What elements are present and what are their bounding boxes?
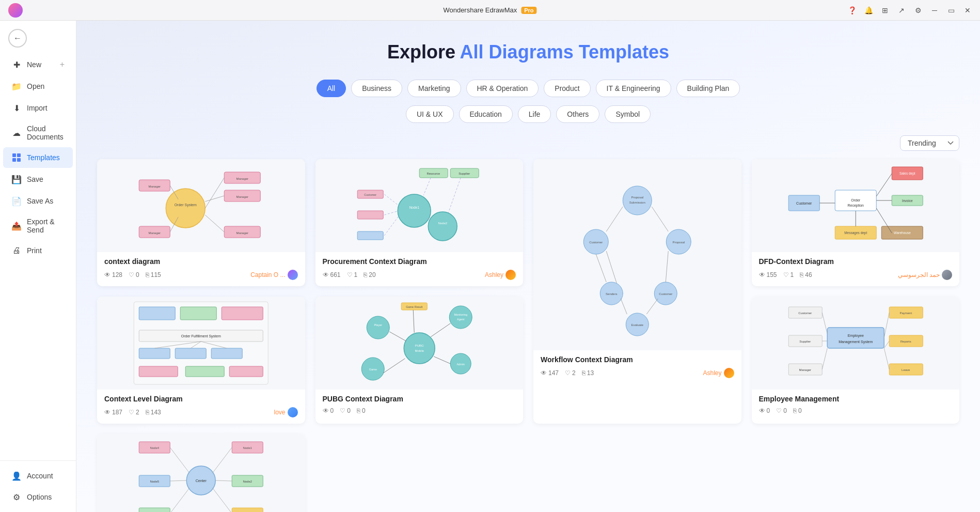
sidebar-item-saveas[interactable]: 📄 Save As (3, 191, 73, 211)
svg-text:Manager: Manager (148, 231, 161, 235)
likes-count: ♡ 2 (129, 409, 139, 416)
svg-text:Order System: Order System (175, 203, 197, 207)
template-card[interactable]: Node1 Node2 Resource Supplier Customer (315, 159, 524, 286)
svg-text:Manager: Manager (799, 368, 811, 371)
sidebar-item-save[interactable]: 💾 Save (3, 169, 73, 190)
sidebar-item-export[interactable]: 📤 Export & Send (3, 212, 73, 239)
filter-life[interactable]: Life (518, 105, 551, 123)
minimize-button[interactable]: ─ (930, 6, 939, 14)
share-icon[interactable]: ↗ (897, 6, 906, 14)
options-icon: ⚙ (11, 492, 22, 502)
settings-icon[interactable]: ⚙ (914, 6, 922, 14)
svg-point-4 (166, 189, 205, 228)
template-meta: 👁 147 ♡ 2 ⎘ 13 Ashley (541, 368, 734, 378)
filter-business[interactable]: Business (351, 80, 402, 97)
sidebar-new-label: New (27, 60, 41, 69)
svg-line-150 (170, 480, 186, 481)
svg-text:Customer: Customer (659, 292, 672, 296)
sidebar-item-print[interactable]: 🖨 Print (3, 240, 73, 261)
open-icon: 📁 (11, 81, 22, 91)
filter-uiux[interactable]: UI & UX (406, 105, 454, 123)
sidebar-item-account[interactable]: 👤 Account (3, 466, 73, 486)
svg-text:Submission: Submission (629, 201, 645, 204)
back-icon[interactable]: ← (8, 29, 27, 48)
template-card[interactable]: Center Node1 Node2 Node3 Node4 Node5 (97, 434, 305, 512)
filter-symbol[interactable]: Symbol (605, 105, 651, 123)
template-thumbnail: Order System Manager Manager Manager Man… (97, 159, 305, 252)
author-name: Ashley (703, 368, 734, 378)
svg-text:Customer: Customer (364, 193, 376, 196)
filter-product[interactable]: Product (544, 80, 590, 97)
sidebar-save-label: Save (27, 175, 43, 183)
svg-rect-79 (180, 307, 216, 320)
filter-row-2: UI & UX Education Life Others Symbol (97, 105, 959, 123)
templates-icon (11, 152, 22, 163)
filter-it[interactable]: IT & Engineering (596, 80, 671, 97)
svg-text:Employee: Employee (847, 334, 863, 338)
sidebar-item-new[interactable]: ✚ New + (3, 54, 73, 75)
svg-text:Game: Game (369, 368, 376, 371)
author-avatar (288, 407, 298, 417)
sort-select[interactable]: Trending Newest Most Used (900, 135, 959, 151)
maximize-button[interactable]: ▭ (947, 6, 955, 14)
template-info: DFD-Context Diagram 👁 155 ♡ 1 ⎘ 46 حمد ا… (752, 252, 960, 286)
template-name: PUBG Context Diagram (323, 395, 516, 403)
app-title: Wondershare EdrawMax (443, 6, 517, 14)
svg-line-128 (822, 348, 827, 369)
svg-text:Invoice: Invoice (902, 199, 912, 203)
template-info: PUBG Context Diagram 👁 0 ♡ 0 ⎘ 0 (315, 390, 524, 421)
template-name: Employee Management (759, 395, 953, 403)
svg-text:Order Fulfillment System: Order Fulfillment System (181, 334, 221, 338)
sidebar-item-cloud[interactable]: ☁ Cloud Documents (3, 119, 73, 146)
svg-text:PUBG: PUBG (415, 344, 423, 347)
close-button[interactable]: ✕ (963, 6, 972, 14)
content-area: Explore All Diagrams Templates All Busin… (76, 21, 980, 512)
template-card[interactable]: Order Fulfillment System Contex (97, 297, 305, 424)
export-icon: 📤 (11, 221, 22, 231)
filter-all[interactable]: All (317, 80, 346, 97)
notification-icon[interactable]: 🔔 (864, 6, 873, 14)
svg-text:Customer: Customer (798, 312, 812, 315)
filter-education[interactable]: Education (459, 105, 513, 123)
print-icon: 🖨 (11, 245, 22, 256)
sidebar-item-open[interactable]: 📁 Open (3, 76, 73, 97)
svg-text:Customer: Customer (796, 201, 812, 205)
svg-line-147 (215, 480, 232, 481)
back-button[interactable]: ← (0, 25, 76, 52)
svg-line-151 (170, 488, 189, 512)
grid-icon[interactable]: ⊞ (881, 6, 889, 14)
svg-text:Manager: Manager (236, 231, 248, 235)
author-name: حمد الجرسوسي (898, 270, 952, 280)
svg-line-107 (431, 323, 450, 337)
svg-line-53 (652, 207, 668, 231)
author-avatar (942, 270, 952, 280)
svg-text:Node5: Node5 (150, 480, 159, 483)
template-card[interactable]: Order System Manager Manager Manager Man… (97, 159, 305, 286)
copies-count: ⎘ 13 (582, 369, 594, 377)
svg-text:Node1: Node1 (243, 446, 252, 449)
svg-text:Admin: Admin (456, 363, 465, 366)
sidebar-item-import[interactable]: ⬇ Import (3, 98, 73, 118)
svg-text:Reception: Reception (847, 204, 864, 208)
svg-line-148 (212, 488, 232, 512)
svg-line-130 (884, 313, 889, 338)
template-info: Context Level Diagram 👁 187 ♡ 2 ⎘ 143 lo… (97, 390, 305, 424)
filter-hr[interactable]: HR & Operation (466, 80, 539, 97)
help-icon[interactable]: ❓ (848, 6, 856, 14)
filter-others[interactable]: Others (556, 105, 599, 123)
template-name: Context Level Diagram (104, 395, 298, 403)
svg-text:Supplier: Supplier (799, 340, 811, 343)
template-card[interactable]: Player Monitoring Agent PUBG Mobile Admi… (315, 297, 524, 424)
template-card[interactable]: Proposal Submission Customer Proposal Se… (533, 159, 741, 424)
filter-building[interactable]: Building Plan (676, 80, 740, 97)
sidebar-item-templates[interactable]: Templates (3, 147, 73, 168)
template-card[interactable]: Employee Management System Customer Supp… (752, 297, 960, 424)
template-card[interactable]: Customer Order Reception Sales dept Invo… (752, 159, 960, 286)
user-avatar[interactable] (8, 3, 23, 18)
filter-marketing[interactable]: Marketing (407, 80, 461, 97)
template-grid: Order System Manager Manager Manager Man… (97, 159, 959, 512)
sidebar-item-options[interactable]: ⚙ Options (3, 487, 73, 507)
likes-count: ♡ 0 (129, 271, 139, 278)
svg-text:Resource: Resource (426, 172, 440, 175)
svg-line-20 (205, 215, 224, 232)
